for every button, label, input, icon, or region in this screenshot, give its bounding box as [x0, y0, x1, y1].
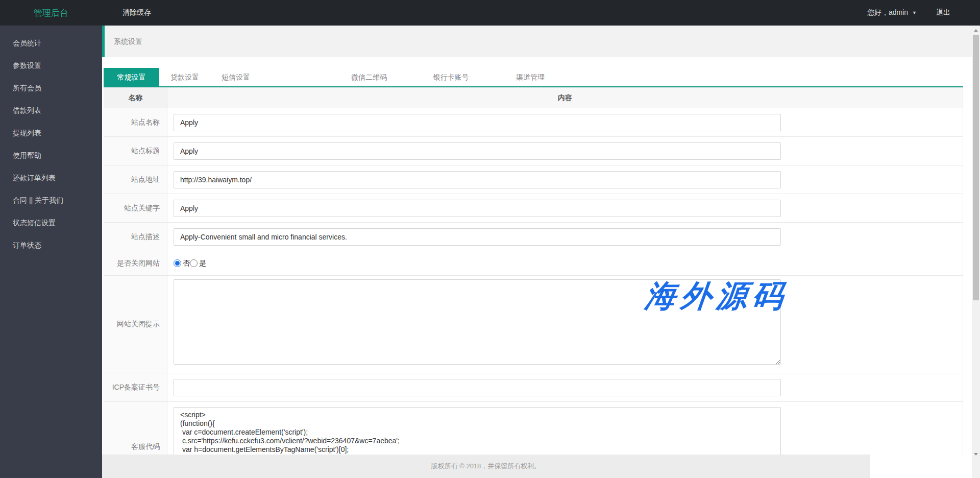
name-column-header: 名称 [104, 88, 167, 108]
icp-number-label: ICP备案证书号 [104, 373, 167, 402]
settings-table: 名称 内容 站点名称 站点标题 站点地址 站点关键字 站点描述 [104, 87, 963, 455]
clear-cache-button[interactable]: 清除缓存 [122, 8, 151, 17]
content-column-header: 内容 [167, 88, 963, 108]
logout-button[interactable]: 退出 [936, 8, 950, 17]
site-keywords-input[interactable] [174, 200, 781, 217]
table-row: ICP备案证书号 [104, 373, 963, 402]
site-title-input[interactable] [174, 142, 781, 160]
scroll-down-icon [974, 453, 978, 456]
service-code-textarea[interactable]: <script> (function(){ var c=document.cre… [174, 407, 781, 455]
chevron-down-icon: ▼ [912, 10, 917, 15]
sidebar-item-sms-status[interactable]: 状态短信设置 [0, 211, 102, 234]
radio-option-no-label: 否 [183, 259, 190, 268]
sidebar-item-param-settings[interactable]: 参数设置 [0, 54, 102, 77]
tab-loan-settings[interactable]: 贷款设置 [159, 68, 210, 86]
site-url-label: 站点地址 [104, 165, 167, 194]
icp-number-input[interactable] [174, 379, 781, 396]
breadcrumb: 系统设置 [102, 26, 972, 57]
site-close-label: 是否关闭网站 [104, 251, 167, 276]
table-row: 站点标题 [104, 137, 963, 165]
scroll-up-button[interactable] [972, 27, 980, 34]
sidebar-item-loan-list[interactable]: 借款列表 [0, 99, 102, 122]
table-row: 客服代码 <script> (function(){ var c=documen… [104, 402, 963, 456]
tab-channel-manage[interactable]: 渠道管理 [492, 68, 569, 86]
site-close-radio-yes[interactable] [190, 259, 198, 267]
site-description-label: 站点描述 [104, 223, 167, 251]
footer-copyright: 版权所有 © 2018，并保留所有权利。 [102, 455, 870, 478]
table-row: 站点名称 [104, 108, 963, 137]
table-row: 站点关键字 [104, 194, 963, 223]
site-name-input[interactable] [174, 114, 781, 131]
table-row: 站点描述 [104, 223, 963, 251]
brand-logo[interactable]: 管理后台 [0, 7, 102, 19]
main-content: 系统设置 常规设置 贷款设置 短信设置 微信二维码 银行卡账号 渠道管理 名称 … [102, 26, 972, 478]
site-close-notice-label: 网站关闭提示 [104, 276, 167, 373]
site-url-input[interactable] [174, 171, 781, 188]
greeting-text: 您好，admin [867, 8, 908, 17]
sidebar-item-member-stats[interactable]: 会员统计 [0, 32, 102, 54]
tab-bank-account[interactable]: 银行卡账号 [410, 68, 492, 86]
user-menu[interactable]: 您好，admin ▼ [867, 8, 917, 17]
sidebar-item-repay-orders[interactable]: 还款订单列表 [0, 166, 102, 189]
site-name-label: 站点名称 [104, 108, 167, 137]
sidebar-item-contract-about[interactable]: 合同 || 关于我们 [0, 189, 102, 211]
radio-option-yes-label: 是 [199, 259, 206, 268]
site-close-radio-group: 否 是 [174, 259, 963, 268]
table-header-row: 名称 内容 [104, 88, 963, 108]
table-row: 网站关闭提示 [104, 276, 963, 373]
sidebar-item-order-status[interactable]: 订单状态 [0, 234, 102, 256]
scroll-down-button[interactable] [972, 450, 980, 458]
site-description-input[interactable] [174, 228, 781, 246]
scroll-up-icon [974, 29, 978, 32]
topbar-right: 您好，admin ▼ 退出 [867, 8, 980, 17]
site-title-label: 站点标题 [104, 137, 167, 165]
site-close-notice-textarea[interactable] [174, 279, 781, 365]
table-row: 站点地址 [104, 165, 963, 194]
sidebar-item-withdraw-list[interactable]: 提现列表 [0, 122, 102, 144]
scrollbar[interactable] [972, 26, 980, 478]
table-row: 是否关闭网站 否 是 [104, 251, 963, 276]
site-keywords-label: 站点关键字 [104, 194, 167, 223]
settings-table-container: 名称 内容 站点名称 站点标题 站点地址 站点关键字 站点描述 [104, 87, 963, 455]
settings-tabbar: 常规设置 贷款设置 短信设置 微信二维码 银行卡账号 渠道管理 [104, 68, 963, 87]
tab-wechat-qrcode[interactable]: 微信二维码 [328, 68, 410, 86]
site-close-radio-no[interactable] [174, 259, 181, 267]
tab-sms-settings[interactable]: 短信设置 [210, 68, 261, 86]
scrollbar-thumb[interactable] [973, 35, 979, 300]
sidebar-item-all-members[interactable]: 所有会员 [0, 77, 102, 99]
sidebar-item-help[interactable]: 使用帮助 [0, 144, 102, 166]
tab-general-settings[interactable]: 常规设置 [104, 68, 159, 86]
service-code-label: 客服代码 [104, 402, 167, 456]
topbar: 管理后台 清除缓存 您好，admin ▼ 退出 [0, 0, 980, 26]
sidebar: 会员统计 参数设置 所有会员 借款列表 提现列表 使用帮助 还款订单列表 合同 … [0, 26, 102, 478]
